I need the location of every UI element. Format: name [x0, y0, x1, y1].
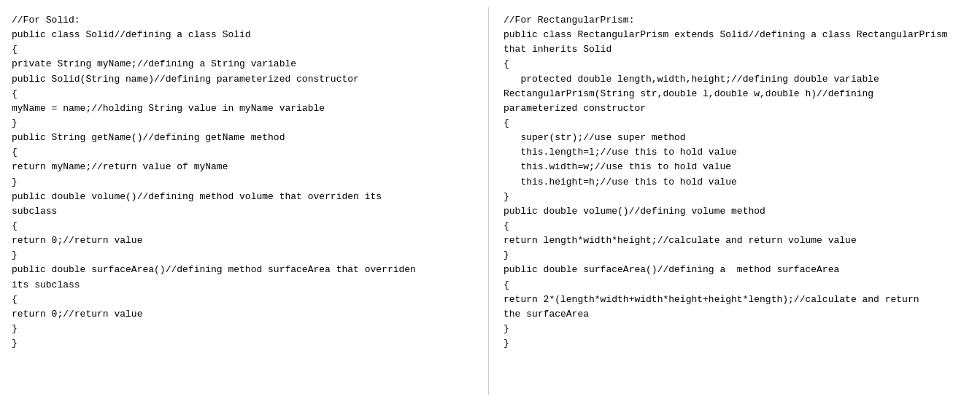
code-line: subclass	[12, 204, 477, 219]
code-line: }	[12, 322, 477, 336]
code-line: }	[503, 248, 968, 263]
code-line: //For Solid:	[12, 13, 477, 28]
code-line: this.length=l;//use this to hold value	[503, 145, 968, 160]
code-line: }	[12, 116, 477, 131]
code-line: return 0;//return value	[12, 307, 477, 322]
code-line: the surfaceArea	[503, 307, 968, 322]
code-line: public class RectangularPrism extends So…	[503, 28, 968, 42]
code-line: public double surfaceArea()//defining a …	[503, 263, 968, 277]
code-line: public Solid(String name)//defining para…	[12, 72, 477, 87]
code-line: }	[12, 175, 477, 190]
code-line: {	[12, 219, 477, 233]
code-line: RectangularPrism(String str,double l,dou…	[503, 87, 968, 101]
code-line: return 2*(length*width+width*height+heig…	[503, 293, 968, 307]
code-line: return length*width*height;//calculate a…	[503, 233, 968, 248]
code-line: myName = name;//holding String value in …	[12, 101, 477, 116]
code-container: //For Solid:public class Solid//defining…	[0, 0, 980, 402]
code-line: //For RectangularPrism:	[503, 13, 968, 28]
right-code-panel: //For RectangularPrism:public class Rect…	[489, 7, 980, 395]
code-line: {	[503, 116, 968, 131]
code-line: public double volume()//defining volume …	[503, 204, 968, 219]
code-line: this.width=w;//use this to hold value	[503, 160, 968, 174]
code-line: public String getName()//defining getNam…	[12, 131, 477, 145]
left-code-panel: //For Solid:public class Solid//defining…	[0, 7, 489, 395]
code-line: protected double length,width,height;//d…	[503, 72, 968, 87]
code-line: parameterized constructor	[503, 101, 968, 116]
code-line: {	[503, 219, 968, 233]
code-line: {	[12, 293, 477, 307]
code-line: private String myName;//defining a Strin…	[12, 57, 477, 71]
code-line: public double surfaceArea()//defining me…	[12, 263, 477, 277]
code-line: {	[12, 42, 477, 57]
code-line: public class Solid//defining a class Sol…	[12, 28, 477, 42]
code-line: public double volume()//defining method …	[12, 190, 477, 204]
code-line: its subclass	[12, 278, 477, 293]
code-line: }	[12, 248, 477, 263]
code-line: return myName;//return value of myName	[12, 160, 477, 174]
code-line: that inherits Solid	[503, 42, 968, 57]
code-line: }	[12, 336, 477, 351]
code-line: {	[12, 145, 477, 160]
code-line: this.height=h;//use this to hold value	[503, 175, 968, 190]
code-line: super(str);//use super method	[503, 131, 968, 145]
code-line: return 0;//return value	[12, 233, 477, 248]
code-line: }	[503, 322, 968, 336]
code-line: }	[503, 190, 968, 204]
code-line: {	[12, 87, 477, 101]
code-line: {	[503, 278, 968, 293]
code-line: }	[503, 336, 968, 351]
code-line: {	[503, 57, 968, 71]
